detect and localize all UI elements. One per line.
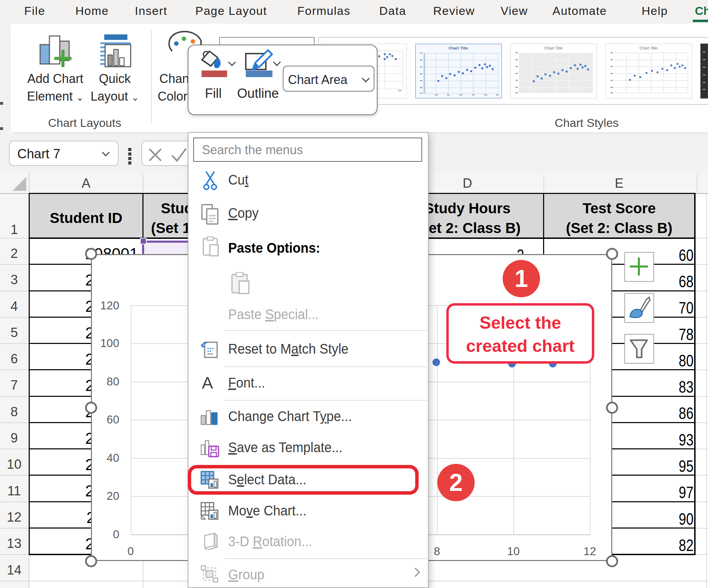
svg-text:Chart Title: Chart Title bbox=[449, 46, 468, 50]
svg-text:Chart Title: Chart Title bbox=[544, 46, 562, 50]
svg-text:Chart Title: Chart Title bbox=[640, 46, 658, 50]
